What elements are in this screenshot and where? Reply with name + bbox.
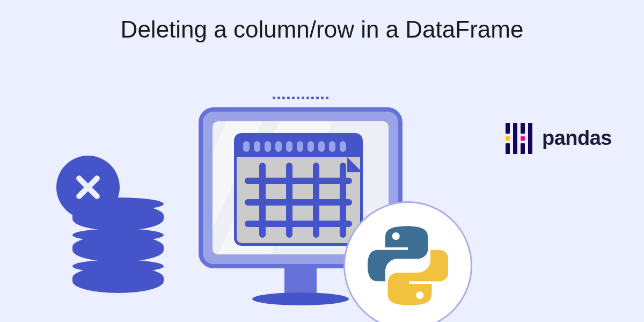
monitor-vent xyxy=(273,97,328,99)
close-icon xyxy=(56,156,120,219)
python-logo-icon xyxy=(368,225,448,306)
monitor-base xyxy=(252,292,349,305)
monitor-neck xyxy=(284,268,317,295)
illustration-container: pandas xyxy=(0,54,644,322)
pandas-logo-icon xyxy=(506,121,532,156)
pandas-text: pandas xyxy=(542,127,612,150)
table-window-icon xyxy=(234,133,363,246)
pandas-logo: pandas xyxy=(506,121,612,156)
page-title: Deleting a column/row in a DataFrame xyxy=(0,16,644,43)
python-logo-container xyxy=(343,201,472,322)
database-delete-graphic xyxy=(72,204,164,290)
grid-icon xyxy=(237,157,360,243)
